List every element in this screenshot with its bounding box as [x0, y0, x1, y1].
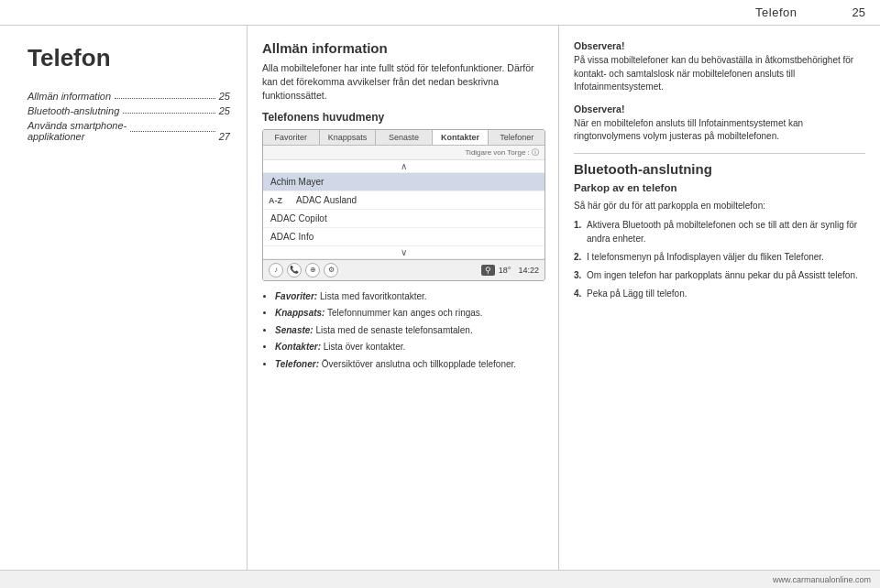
toc-page-2: 25: [219, 105, 230, 116]
bullet-favoriter: Favoriter: Lista med favoritkontakter.: [275, 290, 545, 304]
notice-text-1: På vissa mobiltelefoner kan du behövastä…: [574, 54, 865, 94]
toc-dots-2: [123, 105, 214, 114]
toc-label-2: Bluetooth-anslutning: [28, 105, 119, 116]
left-column: Telefon Allmän information 25 Bluetooth-…: [0, 26, 248, 570]
notice-box-1: Observera! På vissa mobiltelefoner kan d…: [574, 40, 865, 94]
phone-ui-mockup: Favoriter Knappsats Senaste Kontakter Te…: [262, 129, 545, 281]
right-subsection-heading: Parkop av en telefon: [574, 182, 865, 193]
bullet-telefoner: Telefoner: Översiktöver anslutna och til…: [275, 358, 545, 372]
phone-time: 14:22: [518, 266, 539, 275]
phone-ctrl-settings[interactable]: ⚙: [324, 263, 338, 278]
step-1: 1.Aktivera Bluetooth på mobiltelefonen o…: [574, 218, 865, 245]
toc-label-3: Använda smartphone-applikationer: [28, 120, 126, 142]
phone-ctrl-call[interactable]: 📞: [287, 263, 302, 278]
footer-bar: www.carmanualonline.com: [0, 570, 880, 588]
phone-temp: 18°: [499, 266, 512, 275]
toc-item-1: Allmän information 25: [28, 91, 230, 102]
toc-dots-1: [115, 91, 215, 99]
step-4: 4.Peka på Lägg till telefon.: [574, 287, 865, 300]
phone-tab-knappsats[interactable]: Knappsats: [320, 130, 377, 145]
step-3: 3.Om ingen telefon har parkopplats ännu …: [574, 268, 865, 282]
toc-dots-3: [130, 131, 215, 132]
phone-scroll-down[interactable]: ∨: [263, 246, 544, 259]
toc-item-2: Bluetooth-anslutning 25: [28, 105, 230, 116]
header-page: 25: [852, 5, 865, 19]
phone-tab-senaste[interactable]: Senaste: [376, 130, 433, 145]
toc-label-1: Allmän information: [28, 91, 111, 102]
table-of-contents: Allmän information 25 Bluetooth-anslutni…: [28, 91, 230, 142]
header-title: Telefon: [755, 5, 797, 19]
toc-item-3: Använda smartphone-applikationer 27: [28, 120, 230, 142]
phone-tab-kontakter[interactable]: Kontakter: [433, 130, 490, 145]
notice-title-2: Observera!: [574, 103, 865, 114]
phone-ctrl-nav[interactable]: ⊕: [305, 263, 320, 278]
phone-tab-telefoner[interactable]: Telefoner: [489, 130, 544, 145]
phone-status-text: Tidigare von Torge : ⓘ: [466, 148, 539, 157]
phone-ctrl-music[interactable]: ♪: [269, 263, 283, 278]
left-heading: Telefon: [28, 44, 230, 72]
contact-achim-mayer[interactable]: Achim Mayer: [263, 173, 544, 191]
phone-alpha-label: A-Z: [269, 196, 282, 205]
phone-tab-favoriter[interactable]: Favoriter: [263, 130, 320, 145]
notice-box-2: Observera! När en mobiltelefon ansluts t…: [574, 103, 865, 144]
phone-status-bar: Tidigare von Torge : ⓘ: [263, 146, 544, 160]
feature-bullet-list: Favoriter: Lista med favoritkontakter. K…: [262, 290, 545, 372]
phone-alpha-row: A-Z ADAC Ausland: [263, 191, 544, 210]
toc-page-1: 25: [219, 91, 230, 102]
contact-adac-copilot[interactable]: ADAC Copilot: [263, 210, 544, 228]
step-2: 2.I telefonsmenyn på Infodisplayen välje…: [574, 250, 865, 264]
notice-text-2: När en mobiltelefon ansluts till Infotai…: [574, 117, 865, 144]
footer-url: www.carmanualonline.com: [773, 575, 871, 584]
phone-controls: ♪ 📞 ⊕ ⚙ ⚲ 18° 14:22: [263, 259, 544, 280]
main-content: Telefon Allmän information 25 Bluetooth-…: [0, 26, 880, 570]
contact-adac-info[interactable]: ADAC Info: [263, 228, 544, 246]
phone-scroll-up[interactable]: ∧: [263, 160, 544, 173]
phone-badge: ⚲: [481, 265, 495, 276]
right-section-heading: Bluetooth-anslutning: [574, 153, 865, 177]
contact-adac-ausland[interactable]: ADAC Ausland: [263, 191, 544, 210]
bullet-knappsats: Knappsats: Telefonnummer kan anges och r…: [275, 307, 545, 321]
mid-column: Allmän information Alla mobiltelefoner h…: [248, 26, 559, 570]
phone-contacts-list: Achim Mayer A-Z ADAC Ausland ADAC Copilo…: [263, 173, 544, 246]
phone-tabs: Favoriter Knappsats Senaste Kontakter Te…: [263, 130, 544, 146]
header-bar: Telefon 25: [0, 0, 880, 26]
mid-heading: Allmän information: [262, 40, 545, 56]
notice-title-1: Observera!: [574, 40, 865, 51]
bullet-kontakter: Kontakter: Lista över kontakter.: [275, 341, 545, 354]
right-column: Observera! På vissa mobiltelefoner kan d…: [559, 26, 880, 570]
mid-subheading: Telefonens huvudmeny: [262, 111, 545, 124]
right-intro-text: Så här gör du för att parkoppla en mobil…: [574, 199, 865, 212]
toc-page-3: 27: [219, 131, 230, 142]
steps-list: 1.Aktivera Bluetooth på mobiltelefonen o…: [574, 218, 865, 300]
bullet-senaste: Senaste: Lista med de senaste telefonsam…: [275, 324, 545, 338]
mid-intro: Alla mobiltelefoner har inte fullt stöd …: [262, 61, 545, 103]
